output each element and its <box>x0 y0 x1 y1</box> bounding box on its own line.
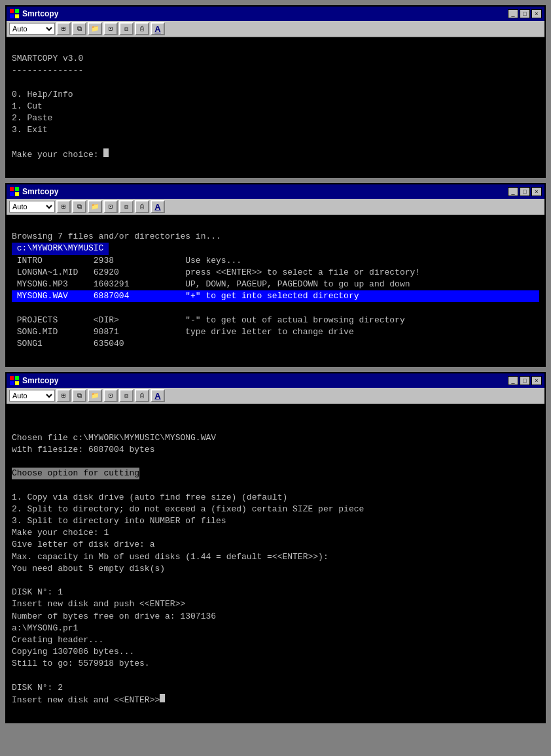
svg-rect-9 <box>15 376 19 380</box>
file-song1: SONG1 635040 <box>12 339 124 349</box>
toolbar-btn-folder-2[interactable]: 📁 <box>88 200 102 213</box>
file-mysong-mp3: MYSONG.MP3 1603291 UP, DOWN, PAGEUP, PAG… <box>12 279 410 289</box>
toolbar-btn-paste-2[interactable]: ⧈ <box>119 200 133 213</box>
cursor-1 <box>103 148 109 157</box>
file-projects: PROJECTS <DIR> "-" to get out of actual … <box>12 315 405 325</box>
window-1: Smrtcopy _ □ × Auto ⊞ ⧉ 📁 ⊡ ⧈ ⎙ A SMARTC… <box>5 5 546 178</box>
title-buttons-3: _ □ × <box>508 376 542 385</box>
file-mysong-wav-selected[interactable]: MYSONG.WAV 6887004 "+" to get into selec… <box>12 290 539 302</box>
toolbar-btn-expand-3[interactable]: ⊡ <box>103 389 118 402</box>
content-3: Chosen file c:\MYWORK\MYMUSIC\MYSONG.WAV… <box>7 404 544 722</box>
title-buttons-1: _ □ × <box>508 9 542 18</box>
title-bar-3: Smrtcopy _ □ × <box>7 373 544 388</box>
window-2: Smrtcopy _ □ × Auto ⊞ ⧉ 📁 ⊡ ⧈ ⎙ A Browsi… <box>5 183 546 367</box>
toolbar-btn-print-3[interactable]: ⎙ <box>135 389 149 402</box>
content-text-1: SMARTCOPY v3.0 -------------- 0. Help/In… <box>12 54 109 160</box>
toolbar-btn-expand-1[interactable]: ⊡ <box>103 22 118 35</box>
toolbar-btn-paste-3[interactable]: ⧈ <box>119 389 133 402</box>
toolbar-btn-grid-1[interactable]: ⊞ <box>56 22 71 35</box>
svg-rect-5 <box>15 187 19 191</box>
svg-rect-8 <box>10 376 14 380</box>
svg-rect-11 <box>15 381 19 385</box>
close-btn-1[interactable]: × <box>531 9 542 18</box>
svg-rect-1 <box>15 9 19 13</box>
browsing-line: Browsing 7 files and/or directories in..… <box>12 232 221 241</box>
title-bar-left-3: Smrtcopy <box>9 375 58 386</box>
cursor-3 <box>160 694 165 702</box>
maximize-btn-2[interactable]: □ <box>520 187 530 196</box>
toolbar-btn-copy-3[interactable]: ⧉ <box>72 389 86 402</box>
window-3: Smrtcopy _ □ × Auto ⊞ ⧉ 📁 ⊡ ⧈ ⎙ A Chosen… <box>5 372 546 723</box>
maximize-btn-3[interactable]: □ <box>520 376 530 385</box>
toolbar-3: Auto ⊞ ⧉ 📁 ⊡ ⧈ ⎙ A <box>7 388 544 404</box>
svg-rect-0 <box>10 9 14 13</box>
toolbar-btn-a-1[interactable]: A <box>151 22 165 35</box>
toolbar-btn-grid-3[interactable]: ⊞ <box>56 389 71 402</box>
toolbar-select-2[interactable]: Auto <box>9 201 55 213</box>
svg-rect-10 <box>10 381 14 385</box>
content-2: Browsing 7 files and/or directories in..… <box>7 215 544 366</box>
toolbar-btn-print-1[interactable]: ⎙ <box>135 22 149 35</box>
toolbar-btn-copy-2[interactable]: ⧉ <box>72 200 86 213</box>
toolbar-btn-grid-2[interactable]: ⊞ <box>56 200 71 213</box>
svg-rect-4 <box>10 187 14 191</box>
app-icon-3 <box>9 375 20 386</box>
file-longna: LONGNA~1.MID 62920 press <<ENTER>> to se… <box>12 267 420 277</box>
toolbar-btn-folder-1[interactable]: 📁 <box>88 22 102 35</box>
svg-rect-7 <box>15 192 19 196</box>
dir-path: c:\MYWORK\MYMUSIC <box>12 243 109 254</box>
toolbar-1: Auto ⊞ ⧉ 📁 ⊡ ⧈ ⎙ A <box>7 21 544 37</box>
toolbar-2: Auto ⊞ ⧉ 📁 ⊡ ⧈ ⎙ A <box>7 199 544 215</box>
file-song-mid: SONG.MID 90871 type drive letter to chan… <box>12 327 354 337</box>
title-bar-left-1: Smrtcopy <box>9 9 58 19</box>
title-bar-left-2: Smrtcopy <box>9 186 58 197</box>
title-buttons-2: _ □ × <box>508 187 542 196</box>
app-icon-1 <box>9 9 20 19</box>
close-btn-3[interactable]: × <box>531 376 542 385</box>
close-btn-2[interactable]: × <box>531 187 542 196</box>
window-title-3: Smrtcopy <box>22 376 58 385</box>
title-bar-2: Smrtcopy _ □ × <box>7 184 544 199</box>
chosen-file-line: Chosen file c:\MYWORK\MYMUSIC\MYSONG.WAV… <box>12 433 216 455</box>
title-bar-1: Smrtcopy _ □ × <box>7 7 544 21</box>
toolbar-btn-print-2[interactable]: ⎙ <box>135 200 149 213</box>
toolbar-btn-folder-3[interactable]: 📁 <box>88 389 102 402</box>
svg-rect-6 <box>10 192 14 196</box>
minimize-btn-1[interactable]: _ <box>508 9 518 18</box>
choose-option-label: Choose option for cutting <box>12 468 139 479</box>
content-1: SMARTCOPY v3.0 -------------- 0. Help/In… <box>7 37 544 177</box>
maximize-btn-1[interactable]: □ <box>520 9 530 18</box>
toolbar-btn-expand-2[interactable]: ⊡ <box>103 200 118 213</box>
app-icon-2 <box>9 186 20 197</box>
window-title-1: Smrtcopy <box>22 9 58 18</box>
cut-options: 1. Copy via disk drive (auto find free s… <box>12 492 364 705</box>
toolbar-select-1[interactable]: Auto <box>9 23 55 35</box>
toolbar-btn-copy-1[interactable]: ⧉ <box>72 22 86 35</box>
svg-rect-3 <box>15 14 19 18</box>
window-title-2: Smrtcopy <box>22 187 58 196</box>
toolbar-select-3[interactable]: Auto <box>9 390 55 402</box>
minimize-btn-2[interactable]: _ <box>508 187 518 196</box>
toolbar-btn-paste-1[interactable]: ⧈ <box>119 22 133 35</box>
file-intro: INTRO 2938 Use keys... <box>12 256 241 266</box>
minimize-btn-3[interactable]: _ <box>508 376 518 385</box>
svg-rect-2 <box>10 14 14 18</box>
toolbar-btn-a-3[interactable]: A <box>151 389 165 402</box>
toolbar-btn-a-2[interactable]: A <box>151 200 165 213</box>
